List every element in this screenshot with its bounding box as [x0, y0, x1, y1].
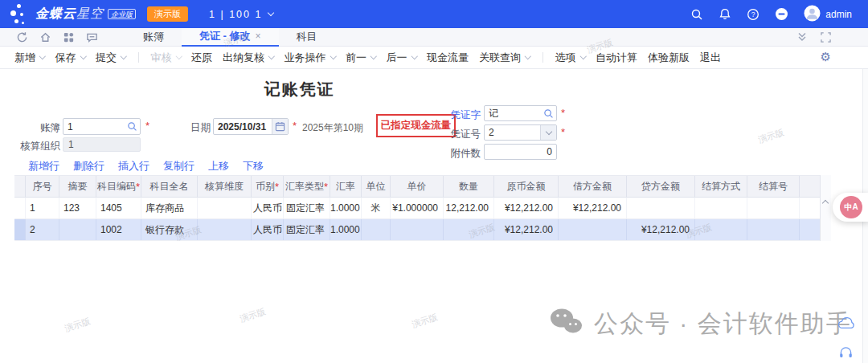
refresh-icon[interactable] — [16, 31, 28, 43]
business-ops-button[interactable]: 业务操作 — [285, 51, 336, 65]
cell-orig-amount[interactable]: ¥12,212.00 — [494, 198, 559, 218]
tab-ledger[interactable]: 账簿 — [125, 28, 182, 47]
cell-rate[interactable]: 1.0000 — [330, 219, 362, 240]
cell-account-code[interactable]: 1405 — [96, 198, 141, 218]
settings-gear-icon[interactable]: ⚙ — [821, 50, 831, 64]
message-icon[interactable] — [86, 31, 98, 43]
voucher-word-label[interactable]: 凭证字 — [445, 108, 481, 122]
cell-unit[interactable]: 米 — [362, 198, 391, 218]
cell-seq[interactable]: 2 — [26, 219, 59, 240]
search-icon[interactable] — [690, 8, 703, 21]
table-row[interactable]: 1 123 1405 库存商品 人民币 固定汇率 1.0000 米 ¥1.000… — [14, 198, 820, 219]
notification-bell-icon[interactable] — [719, 8, 731, 21]
cell-settle-method[interactable] — [695, 219, 747, 240]
cell-dimension[interactable] — [198, 198, 252, 218]
new-button[interactable]: 新增 — [14, 51, 45, 65]
auto-calc-button[interactable]: 自动计算 — [596, 51, 637, 65]
toolbar-separator — [542, 52, 543, 63]
user-menu[interactable]: admin — [804, 5, 852, 24]
insert-row-button[interactable]: 插入行 — [118, 159, 149, 173]
submit-button[interactable]: 提交 — [96, 51, 126, 65]
next-button[interactable]: 后一 — [387, 51, 417, 65]
translate-icon[interactable]: 中A — [840, 196, 862, 218]
date-input[interactable] — [214, 119, 272, 134]
cell-debit[interactable] — [559, 219, 627, 240]
cell-rate-type[interactable]: 固定汇率 — [284, 198, 330, 218]
related-query-button[interactable]: 关联查询 — [479, 51, 530, 65]
cell-dimension[interactable] — [198, 219, 252, 240]
col-seq: 序号 — [26, 176, 59, 197]
cell-currency[interactable]: 人民币 — [252, 198, 284, 218]
lookup-magnifier-icon[interactable] — [124, 119, 140, 134]
cell-summary[interactable]: 123 — [59, 198, 96, 218]
cashier-review-button[interactable]: 出纳复核 — [223, 51, 274, 65]
row-selector-cell[interactable] — [14, 198, 26, 218]
theme-toggle-icon[interactable] — [775, 7, 788, 21]
home-icon[interactable] — [39, 31, 51, 43]
cell-settle-no[interactable] — [747, 219, 800, 240]
translate-floating-badge[interactable]: 中A — [833, 193, 868, 222]
tab-account[interactable]: 科目 — [279, 28, 335, 47]
voucher-word-input[interactable] — [485, 106, 540, 120]
collapse-double-chevron-icon[interactable] — [796, 31, 808, 43]
dropdown-chevron-icon[interactable] — [540, 125, 556, 140]
cell-account-code[interactable]: 1002 — [96, 219, 141, 240]
cell-account-name[interactable]: 银行存款 — [141, 219, 198, 240]
org-selector[interactable]: 1 | 100 1 — [209, 9, 273, 20]
cloud-icon[interactable] — [837, 316, 855, 333]
copy-row-button[interactable]: 复制行 — [163, 159, 194, 173]
book-input[interactable] — [63, 119, 124, 134]
calendar-icon[interactable] — [272, 119, 288, 134]
cell-rate-type[interactable]: 固定汇率 — [284, 219, 330, 240]
cell-settle-no[interactable] — [747, 198, 800, 218]
cell-unit[interactable] — [362, 219, 391, 240]
cell-filler — [800, 198, 820, 218]
attachments-input[interactable] — [485, 145, 556, 159]
options-button[interactable]: 选项 — [555, 51, 586, 65]
grid-toolbar: 新增行 删除行 插入行 复制行 上移 下移 — [28, 159, 264, 173]
row-selector-cell[interactable] — [14, 219, 26, 240]
col-rate-type: 汇率类型 — [284, 176, 330, 197]
cell-credit[interactable] — [627, 198, 695, 218]
cell-currency[interactable]: 人民币 — [252, 219, 284, 240]
cell-rate[interactable]: 1.0000 — [330, 198, 362, 218]
help-icon[interactable]: ? — [747, 8, 760, 21]
scroll-up-icon[interactable] — [822, 200, 829, 206]
move-down-button[interactable]: 下移 — [243, 159, 264, 173]
table-vertical-scrollbar[interactable] — [820, 175, 831, 241]
restore-button[interactable]: 还原 — [191, 51, 212, 65]
cell-debit[interactable]: ¥12,212.00 — [559, 198, 627, 218]
delete-row-button[interactable]: 删除行 — [73, 159, 104, 173]
topbar: 金蝶云星空 企业版 演示版 1 | 100 1 ? admin — [0, 0, 868, 28]
cell-price[interactable]: ¥1.000000 — [391, 198, 444, 218]
cell-price[interactable] — [391, 219, 444, 240]
add-row-button[interactable]: 新增行 — [28, 159, 59, 173]
prev-button[interactable]: 前一 — [346, 51, 376, 65]
edition-badge: 企业版 — [108, 9, 136, 19]
cell-qty[interactable] — [444, 219, 494, 240]
cell-qty[interactable]: 12,212.00 — [444, 198, 494, 218]
cell-seq[interactable]: 1 — [26, 198, 59, 218]
cell-account-name[interactable]: 库存商品 — [141, 198, 198, 218]
cell-settle-method[interactable] — [695, 198, 747, 218]
save-button[interactable]: 保存 — [55, 51, 86, 65]
col-orig-amount: 原币金额 — [494, 176, 559, 197]
voucher-no-input[interactable] — [485, 125, 540, 140]
lookup-magnifier-icon[interactable] — [540, 106, 556, 120]
cell-credit[interactable]: ¥12,212.00 — [627, 219, 695, 240]
table-row-selected[interactable]: 2 1002 银行存款 人民币 固定汇率 1.0000 ¥12,212.00 ¥… — [14, 219, 820, 241]
org-value: 1 — [63, 137, 141, 152]
cell-summary[interactable] — [59, 219, 96, 240]
headphones-support-icon[interactable] — [839, 345, 853, 362]
tab-voucher-edit[interactable]: 凭证 - 修改 — [182, 28, 279, 47]
cash-flow-button[interactable]: 现金流量 — [427, 51, 469, 65]
try-new-version-button[interactable]: 体验新版 — [648, 51, 690, 65]
close-icon[interactable] — [256, 31, 261, 42]
fullscreen-icon[interactable] — [821, 32, 831, 43]
cell-orig-amount[interactable]: ¥12,212.00 — [494, 219, 559, 240]
exit-button[interactable]: 退出 — [700, 51, 721, 65]
cell-filler — [800, 219, 820, 240]
move-up-button[interactable]: 上移 — [208, 159, 229, 173]
apps-grid-icon[interactable] — [63, 31, 75, 43]
wechat-brand-watermark: 公众号 · 会计软件助手 — [549, 307, 852, 341]
